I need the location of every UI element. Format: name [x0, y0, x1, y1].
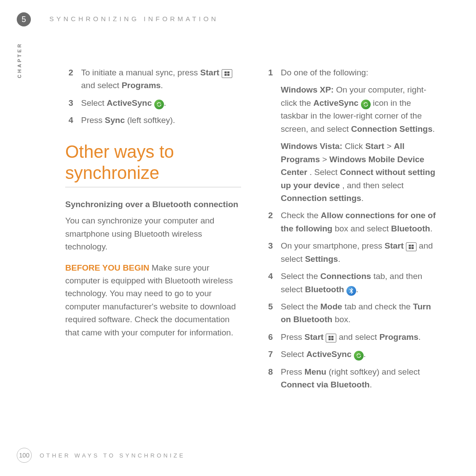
windows-start-icon: [326, 334, 336, 342]
windows-start-icon: [222, 69, 232, 78]
right-column: 1 Do one of the following: Windows XP: O…: [265, 66, 441, 396]
step-4: 4 Press Sync (left softkey).: [65, 114, 241, 126]
text: Select: [81, 98, 107, 108]
svg-rect-11: [331, 338, 334, 340]
svg-rect-6: [409, 247, 411, 249]
bold: Settings: [305, 254, 338, 264]
bold: Programs: [122, 81, 161, 90]
svg-rect-7: [412, 247, 414, 249]
step-body: Select ActiveSync .: [81, 97, 241, 109]
bold: Connection Settings: [351, 124, 432, 134]
step-5: 5 Select the Mode tab and check the Turn…: [265, 300, 441, 326]
header-title: SYNCHRONIZING INFORMATION: [49, 15, 219, 22]
svg-rect-9: [331, 336, 334, 338]
text: .: [370, 380, 372, 389]
windows-vista-block: Windows Vista: Click Start > All Program…: [281, 140, 441, 205]
bold: Sync: [105, 115, 125, 125]
step-body: To initiate a manual sync, press Start a…: [81, 66, 241, 92]
text: Select the: [281, 302, 320, 311]
footer: 100 OTHER WAYS TO SYNCHRONIZE: [17, 448, 185, 463]
before-you-begin: BEFORE YOU BEGIN Make sure your computer…: [65, 261, 241, 339]
page: 5 SYNCHRONIZING INFORMATION CHAPTER 2 To…: [0, 0, 476, 476]
step-number: 3: [265, 239, 273, 265]
bold: Bluetooth: [391, 224, 430, 233]
step-body: Press Start and select Programs.: [281, 331, 441, 343]
bold: Connect via Bluetooth: [281, 380, 370, 389]
svg-rect-4: [409, 245, 411, 246]
text: Press: [81, 115, 105, 125]
text: .: [432, 124, 435, 134]
step-4: 4 Select the Connections tab, and then s…: [265, 270, 441, 296]
bluetooth-icon: [346, 286, 356, 296]
text: Do one of the following:: [281, 68, 368, 77]
windows-xp-block: Windows XP: On your computer, right-clic…: [281, 83, 441, 135]
step-3: 3 On your smartphone, press Start and se…: [265, 239, 441, 265]
step-body: Check the Allow connections for one of t…: [281, 209, 441, 235]
divider: [65, 187, 241, 187]
text: .: [161, 81, 163, 90]
text: .: [430, 224, 432, 233]
bold: Programs: [379, 332, 419, 342]
bold: Mode: [320, 302, 342, 311]
footer-title: OTHER WAYS TO SYNCHRONIZE: [40, 452, 185, 459]
text: .: [364, 350, 366, 359]
text: , and then select: [342, 181, 403, 190]
svg-rect-1: [227, 71, 230, 73]
bold: Start: [385, 241, 404, 250]
svg-rect-0: [224, 71, 227, 73]
before-you-begin-label: BEFORE YOU BEGIN: [65, 263, 149, 272]
bold: Start: [365, 141, 384, 151]
chapter-badge: 5: [17, 12, 31, 26]
step-body: Select the Connections tab, and then sel…: [281, 270, 441, 296]
text: .: [356, 285, 358, 294]
step-number: 1: [265, 66, 273, 205]
step-number: 2: [65, 66, 73, 92]
chapter-number: 5: [22, 15, 26, 24]
text: .: [164, 98, 166, 108]
text: box and select: [335, 224, 391, 233]
text: (left softkey).: [127, 115, 175, 125]
left-column: 2 To initiate a manual sync, press Start…: [65, 66, 241, 396]
step-number: 8: [265, 365, 273, 391]
svg-rect-2: [224, 74, 227, 76]
step-number: 7: [265, 348, 273, 361]
text: Press: [281, 332, 305, 342]
text: (right softkey) and select: [329, 367, 420, 376]
step-body: Press Menu (right softkey) and select Co…: [281, 365, 441, 391]
bold: Start: [305, 332, 324, 342]
paragraph: You can synchronize your computer and sm…: [65, 214, 241, 253]
bold: ActiveSync: [313, 98, 358, 108]
step-number: 2: [265, 209, 273, 235]
text: and select: [339, 332, 379, 342]
activesync-icon: [354, 351, 364, 361]
step-body: Select ActiveSync .: [281, 348, 441, 361]
bold: Connections: [320, 271, 371, 281]
activesync-icon: [154, 100, 164, 109]
text: and select: [81, 81, 122, 90]
text: .: [338, 254, 340, 264]
svg-rect-3: [227, 74, 230, 76]
text: To initiate a manual sync, press: [81, 68, 200, 77]
step-2: 2 Check the Allow connections for one of…: [265, 209, 441, 235]
step-7: 7 Select ActiveSync .: [265, 348, 441, 361]
text: .: [361, 193, 364, 203]
windows-start-icon: [406, 242, 416, 251]
step-body: On your smartphone, press Start and sele…: [281, 239, 441, 265]
text: Select the: [281, 271, 320, 281]
text: Press: [281, 367, 305, 376]
text: .: [418, 332, 420, 342]
svg-rect-10: [329, 338, 331, 340]
bold: Menu: [305, 367, 327, 376]
bold: Windows XP:: [281, 85, 334, 94]
step-2: 2 To initiate a manual sync, press Start…: [65, 66, 241, 92]
bold: Connection settings: [281, 193, 361, 203]
section-heading: Other ways to synchronize: [65, 141, 241, 183]
step-number: 4: [265, 270, 273, 296]
step-number: 6: [265, 331, 273, 343]
text: box.: [335, 315, 350, 324]
text: Select: [281, 350, 306, 359]
activesync-icon: [361, 100, 371, 109]
text: . Select: [309, 167, 340, 177]
sub-heading: Synchronizing over a Bluetooth connectio…: [65, 198, 241, 211]
page-number-badge: 100: [17, 448, 32, 463]
